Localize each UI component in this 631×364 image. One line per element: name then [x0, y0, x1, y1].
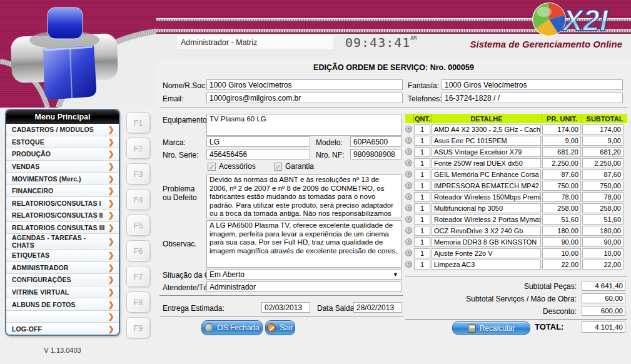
recalcular-button[interactable]: Recalcular [452, 321, 530, 335]
qnt-cell[interactable]: 1 [414, 181, 430, 191]
subtotal-cell[interactable]: 180,00 [582, 226, 623, 236]
fantasia-input[interactable] [442, 79, 623, 90]
fkey-f8[interactable]: F8 [126, 291, 150, 313]
unit-cell[interactable]: 258,00 [542, 203, 581, 213]
add-row-icon[interactable]: + [405, 159, 412, 166]
sidebar-item-relatorios-1[interactable]: RELATORIOS/CONSULTAS I❯ [6, 197, 119, 210]
sidebar-item-albuns[interactable]: ALBUNS DE FOTOS❯ [6, 298, 119, 311]
add-row-icon[interactable]: + [405, 238, 412, 245]
modelo-input[interactable] [350, 136, 401, 147]
unit-cell[interactable]: 90,00 [542, 237, 581, 247]
subtotal-cell[interactable]: 750,00 [582, 181, 623, 191]
qnt-cell[interactable]: 1 [414, 226, 430, 236]
os-fechada-button[interactable]: i OS Fechada [201, 320, 263, 335]
equipamento-textarea[interactable]: TV Plasma 60 LG [206, 114, 401, 136]
telefones-input[interactable] [442, 93, 623, 103]
subtotal-cell[interactable]: 9,00 [582, 136, 623, 146]
sidebar-item-relatorios-3[interactable]: RELATORIOS CONSULTAS III❯ [6, 222, 119, 235]
qnt-cell[interactable]: 1 [414, 136, 430, 146]
subtotal-cell[interactable]: 681,20 [582, 147, 623, 157]
qnt-cell[interactable]: 1 [414, 260, 430, 270]
add-row-icon[interactable]: + [405, 216, 412, 223]
unit-cell[interactable]: 78,00 [542, 192, 581, 202]
marca-input[interactable] [206, 136, 310, 147]
qnt-cell[interactable]: 1 [414, 203, 430, 213]
qnt-cell[interactable]: 1 [414, 169, 430, 179]
detalhe-cell[interactable]: Multifuncional hp 3050 [432, 203, 541, 213]
entrega-input[interactable] [261, 302, 310, 313]
sidebar-item-administrador[interactable]: ADMINISTRADOR❯ [6, 262, 119, 275]
detalhe-cell[interactable]: Limpeza AC3 [432, 260, 541, 270]
unit-cell[interactable]: 9,00 [542, 136, 581, 146]
qnt-cell[interactable]: 1 [414, 158, 430, 168]
subtotal-cell[interactable]: 22,00 [582, 260, 623, 270]
problema-textarea[interactable]: Devido às normas da ABNT e às resoluções… [206, 174, 401, 218]
qnt-cell[interactable]: 1 [414, 248, 430, 258]
unit-cell[interactable]: 180,00 [542, 226, 581, 236]
subtotal-cell[interactable]: 90,00 [582, 237, 623, 247]
fkey-f3[interactable]: F3 [126, 163, 150, 185]
unit-cell[interactable]: 87,60 [542, 169, 581, 179]
subtotal-servicos-value[interactable]: 60,00 [582, 293, 625, 303]
sidebar-item-vendas[interactable]: VENDAS❯ [6, 161, 119, 173]
sidebar-item-logoff[interactable]: LOG-OFF❯ [6, 323, 119, 335]
detalhe-cell[interactable]: Memoria DDR3 8 GB KINGSTON [432, 237, 541, 247]
nf-input[interactable] [350, 149, 401, 159]
serie-input[interactable] [206, 149, 310, 159]
unit-cell[interactable]: 10,00 [542, 248, 581, 258]
saida-input[interactable] [353, 302, 402, 313]
add-row-icon[interactable]: + [405, 148, 412, 155]
sidebar-item-vitrine[interactable]: VITRINE VIRTUAL❯ [6, 286, 119, 299]
qnt-cell[interactable]: 1 [414, 215, 430, 225]
sidebar-item-agendas[interactable]: AGENDAS - TAREFAS - CHATS❯ [6, 234, 119, 250]
sidebar-item-etiquetas[interactable]: ETIQUETAS❯ [6, 250, 119, 262]
unit-cell[interactable]: 51,60 [542, 215, 581, 225]
subtotal-cell[interactable]: 87,60 [582, 169, 623, 179]
detalhe-cell[interactable]: Asus Eee PC 1015PEM [432, 136, 541, 146]
subtotal-cell[interactable]: 2.250,00 [582, 158, 623, 168]
qnt-cell[interactable]: 1 [414, 237, 430, 247]
fkey-f2[interactable]: F2 [126, 138, 150, 159]
nome-input[interactable] [206, 79, 403, 90]
detalhe-cell[interactable]: ASUS Vintage Excelsior X79 [432, 147, 541, 157]
sidebar-item-configuracoes[interactable]: CONFIGURAÇÕES❯ [6, 274, 119, 286]
unit-cell[interactable]: 681,20 [542, 147, 581, 157]
add-row-icon[interactable]: + [405, 126, 412, 133]
add-row-icon[interactable]: + [405, 193, 412, 200]
qnt-cell[interactable]: 1 [414, 192, 430, 202]
checked-checkbox-icon[interactable]: ✓ [274, 163, 282, 171]
fkey-f7[interactable]: F7 [126, 266, 150, 287]
add-row-icon[interactable]: + [405, 137, 412, 144]
subtotal-cell[interactable]: 174,00 [582, 124, 623, 134]
subtotal-pecas-value[interactable]: 4.641,40 [582, 281, 625, 291]
fkey-f1[interactable]: F1 [126, 112, 150, 133]
qnt-cell[interactable]: 1 [414, 124, 430, 134]
desconto-value[interactable]: 600,00 [582, 306, 625, 316]
detalhe-cell[interactable]: IMPRESSORA BEMATECH MP42 TH [432, 181, 541, 191]
detalhe-cell[interactable]: Roteador Wireless 150Mbps Premium [432, 192, 541, 202]
checked-checkbox-icon[interactable]: ✓ [208, 163, 216, 171]
sidebar-item-estoque[interactable]: ESTOQUE❯ [6, 136, 119, 149]
observacao-textarea[interactable]: A LG PA6500 Plasma TV, oferece excelente… [206, 220, 401, 268]
add-row-icon[interactable]: + [405, 227, 412, 234]
add-row-icon[interactable]: + [405, 250, 412, 256]
detalhe-cell[interactable]: Roteador Wireless 2 Portas Mymax - [432, 215, 541, 225]
unit-cell[interactable]: 22,00 [542, 260, 581, 270]
detalhe-cell[interactable]: GEIL Memória PC Enhance Corsa 4 G [432, 169, 541, 179]
subtotal-cell[interactable]: 51,60 [582, 215, 623, 225]
detalhe-cell[interactable]: AMD A4 X2 3300 - 2,5 GHz - Cache L [432, 124, 541, 134]
sidebar-item-financeiro[interactable]: FINANCEIRO❯ [6, 185, 119, 198]
sidebar-item-blank[interactable]: ❯ [6, 311, 119, 323]
sidebar-item-producao[interactable]: PRODUÇÃO❯ [6, 148, 119, 161]
detalhe-cell[interactable]: Ajuste Fonte 22o V [432, 248, 541, 258]
subtotal-cell[interactable]: 10,00 [582, 248, 623, 258]
fkey-f6[interactable]: F6 [126, 240, 150, 261]
detalhe-cell[interactable]: Fonte 250W real DUEX dx50 [432, 158, 541, 168]
add-row-icon[interactable]: + [405, 261, 412, 268]
total-value[interactable]: 4.101,40 [582, 321, 625, 333]
sidebar-item-movimentos[interactable]: MOVIMENTOS (Merc.)❯ [6, 173, 119, 185]
unit-cell[interactable]: 2.250,00 [542, 158, 581, 168]
qnt-cell[interactable]: 1 [414, 147, 430, 157]
sidebar-item-cadastros[interactable]: CADASTROS / MODULOS❯ [6, 124, 119, 136]
add-row-icon[interactable]: + [405, 205, 412, 211]
